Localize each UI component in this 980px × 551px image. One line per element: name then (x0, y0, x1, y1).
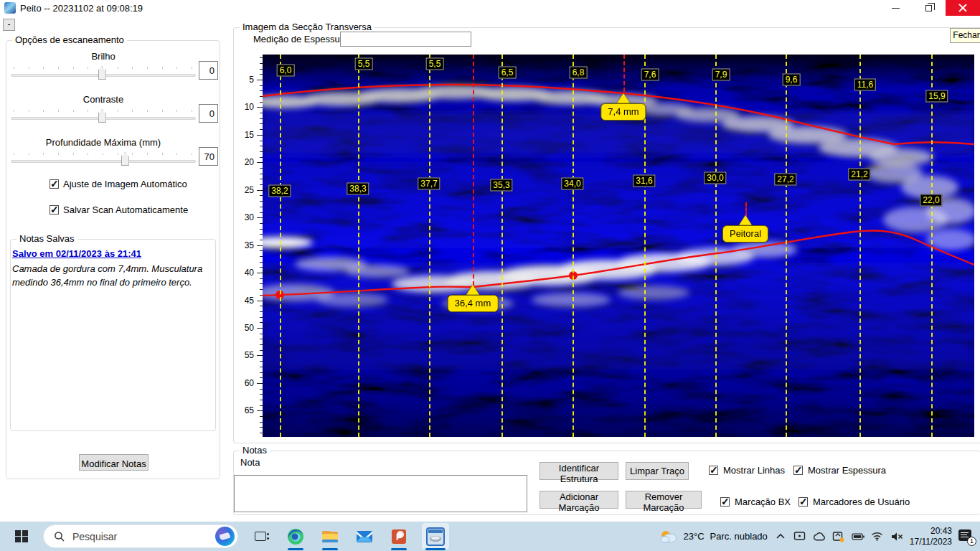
mostrar-linhas-checkbox[interactable]: Mostrar Linhas (709, 465, 785, 476)
slider-ticks (11, 153, 196, 156)
slider-label: Profundidade Máxima (mm) (6, 137, 200, 148)
taskbar-app-explorer[interactable] (318, 524, 342, 549)
checkbox-icon[interactable] (50, 179, 59, 189)
checkbox-icon[interactable] (798, 497, 808, 507)
axis-tick-label: 35 (245, 240, 254, 250)
ultrasound-image[interactable]: 6,038,25,538,35,537,76,535,36,834,07,631… (263, 55, 974, 437)
notification-badge: 1 (967, 537, 976, 546)
fat-thickness-label: 7,9 (712, 69, 730, 81)
option-checkbox-0[interactable]: Ajuste de Imagem Automático (50, 179, 187, 189)
tray-cast[interactable] (793, 530, 806, 543)
callout-Peitoral[interactable]: Peitoral (722, 225, 768, 242)
checkbox-label: Ajuste de Imagem Automático (63, 179, 187, 189)
taskbar-app-mail[interactable] (352, 524, 377, 549)
marca-o-bx-checkbox[interactable]: Marcação BX (720, 496, 791, 507)
marcadores-de-usu-rio-checkbox[interactable]: Marcadores de Usuário (798, 496, 910, 507)
axis-tick (257, 383, 263, 384)
measure-line-6[interactable] (715, 55, 717, 437)
tray-battery[interactable] (852, 530, 864, 543)
maximize-button[interactable] (913, 0, 944, 16)
tray-expand-chevron[interactable] (774, 530, 787, 543)
mostrar-espessura-checkbox[interactable]: Mostrar Espessura (793, 465, 886, 476)
axis-tick (257, 135, 263, 136)
slider-value[interactable]: 70 (199, 147, 218, 166)
taskbar-app-powerpoint[interactable]: P (387, 524, 411, 549)
remover-marca-o-button[interactable]: Remover Marcação (626, 491, 702, 509)
weather-desc: Parc. nublado (710, 531, 768, 542)
slider-value[interactable]: 0 (199, 61, 218, 80)
axis-tick-label: 65 (245, 405, 254, 415)
notes-group: Notas Nota Identificar EstruturaLimpar T… (233, 451, 980, 515)
task-view-icon (255, 532, 266, 541)
notification-button[interactable]: 1 (958, 529, 974, 544)
cross-section-label: Imagem da Secção Transversa (240, 22, 374, 32)
limpar-tra-o-button[interactable]: Limpar Traço (626, 462, 689, 480)
checkbox-icon[interactable] (720, 497, 730, 507)
window-title: Peito -- 20231102 at 09:08:19 (20, 3, 143, 14)
update-status-icon (832, 531, 844, 542)
measure-line-4[interactable] (573, 55, 574, 437)
taskbar-app-edge[interactable] (283, 524, 308, 549)
modify-notes-button[interactable]: Modificar Notas (79, 454, 149, 471)
identificar-estrutura-button[interactable]: Identificar Estrutura (540, 462, 618, 480)
muscle-thickness-label: 22,0 (920, 194, 942, 207)
tray-update[interactable] (832, 530, 845, 543)
wifi-icon (871, 532, 883, 541)
axis-tick-label: 15 (245, 130, 254, 140)
note-input[interactable] (234, 475, 527, 512)
axis-tick (257, 410, 263, 411)
measure-line-9[interactable] (931, 55, 933, 437)
saved-notes-group: Notas Salvas Salvo em 02/11/2023 às 21:4… (10, 239, 216, 431)
start-button[interactable] (7, 522, 36, 551)
muscle-thickness-label: 38,2 (268, 185, 291, 197)
weather-icon (659, 529, 678, 545)
saved-note-link[interactable]: Salvo em 02/11/2023 às 21:41 (12, 248, 141, 259)
checkbox-icon[interactable] (50, 205, 59, 215)
callout-pointer (617, 93, 630, 103)
minimize-button[interactable] (880, 0, 911, 16)
notes-group-label: Notas (240, 445, 270, 456)
tray-onedrive[interactable] (813, 530, 826, 543)
fat-thickness-label: 11,6 (854, 79, 876, 91)
thickness-measure-input[interactable] (340, 32, 471, 47)
slider-track[interactable] (11, 160, 196, 163)
checkbox-icon[interactable] (793, 466, 803, 475)
adicionar-marca-o-button[interactable]: Adicionar Marcação (540, 491, 618, 509)
callout-7-4-mm[interactable]: 7,4 mm (600, 103, 646, 121)
tray-volume-muted[interactable] (890, 530, 903, 543)
selected-measure-line-2 (745, 202, 747, 217)
taskbar-clock[interactable]: 20:43 17/11/2023 (910, 526, 952, 547)
measure-line-1[interactable] (358, 55, 359, 437)
fat-thickness-label: 7,6 (641, 69, 659, 81)
axis-tick (257, 355, 263, 356)
running-indicator-bodymetrix (425, 548, 446, 550)
option-checkbox-1[interactable]: Salvar Scan Automaticamente (50, 204, 188, 215)
measure-line-3[interactable] (501, 55, 503, 437)
muscle-thickness-label: 21,2 (848, 169, 870, 181)
running-indicator-edge (288, 548, 303, 550)
axis-tick (257, 107, 263, 108)
axis-tick-label: 50 (245, 323, 254, 333)
checkbox-icon[interactable] (709, 466, 718, 475)
fat-thickness-label: 15,9 (925, 90, 948, 103)
callout-36-4-mm[interactable]: 36,4 mm (448, 295, 499, 312)
measure-line-8[interactable] (859, 55, 861, 437)
close-button[interactable] (946, 0, 980, 16)
tray-network[interactable] (871, 530, 884, 543)
slider-value[interactable]: 0 (199, 104, 218, 123)
taskbar-search[interactable]: Pesquisar (43, 524, 238, 548)
axis-tick (257, 301, 263, 301)
taskbar-app-bodymetrix[interactable] (423, 524, 448, 549)
measure-line-2[interactable] (429, 55, 430, 437)
measure-line-7[interactable] (786, 55, 787, 437)
axis-tick-label: 45 (245, 296, 254, 306)
axis-tick (257, 190, 263, 191)
task-view-button[interactable] (250, 522, 271, 551)
taskbar-weather[interactable]: 23°C Parc. nublado (659, 529, 768, 545)
collapse-panel-button[interactable]: - (3, 19, 15, 31)
fat-thickness-label: 5,5 (426, 58, 444, 70)
copilot-icon[interactable] (215, 527, 235, 546)
muscle-thickness-label: 27,2 (774, 174, 796, 186)
fechar-button[interactable]: Fechar (950, 28, 980, 43)
measure-line-0[interactable] (280, 55, 281, 437)
